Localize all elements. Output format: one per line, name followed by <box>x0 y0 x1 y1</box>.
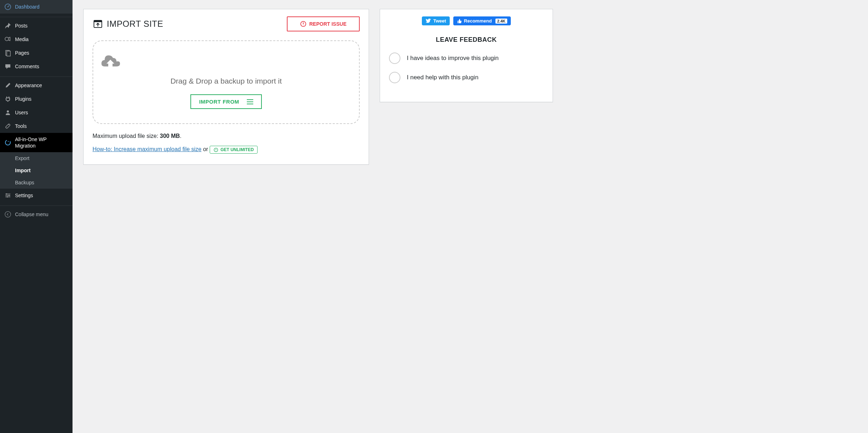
user-icon <box>4 109 11 116</box>
radio-icon <box>389 53 400 64</box>
brush-icon <box>4 82 11 89</box>
menu-label: Pages <box>15 50 29 56</box>
max-upload-suffix: . <box>180 133 181 139</box>
feedback-option-ideas[interactable]: I have ideas to improve this plugin <box>389 53 544 64</box>
dashboard-icon <box>4 3 11 10</box>
menu-item-tools[interactable]: Tools <box>0 119 73 133</box>
menu-item-migration[interactable]: All-in-One WP Migration <box>0 133 73 152</box>
import-btn-label: IMPORT FROM <box>199 99 239 105</box>
feedback-label: I need help with this plugin <box>407 74 478 81</box>
menu-label: Tools <box>15 123 27 129</box>
menu-label: Appearance <box>15 82 42 89</box>
max-upload-info: Maximum upload file size: 300 MB. <box>93 133 360 139</box>
thumbs-up-icon <box>457 19 462 24</box>
svg-rect-9 <box>7 196 8 198</box>
menu-item-posts[interactable]: Posts <box>0 19 73 33</box>
page-title-text: IMPORT SITE <box>107 19 163 29</box>
hamburger-icon <box>246 99 253 104</box>
radio-icon <box>389 72 400 83</box>
submenu-item-import[interactable]: Import <box>0 164 73 176</box>
svg-rect-8 <box>9 195 10 196</box>
import-from-button[interactable]: IMPORT FROM <box>190 94 261 109</box>
collapse-label: Collapse menu <box>15 211 48 218</box>
wrench-icon <box>4 123 11 130</box>
menu-item-settings[interactable]: Settings <box>0 189 73 202</box>
svg-point-5 <box>7 110 9 113</box>
pin-icon <box>4 22 11 29</box>
menu-label: Media <box>15 36 29 43</box>
drop-text: Drag & Drop a backup to import it <box>100 77 352 85</box>
menu-separator <box>0 204 73 206</box>
plug-icon <box>4 95 11 103</box>
svg-point-10 <box>5 211 11 217</box>
menu-item-comments[interactable]: Comments <box>0 60 73 73</box>
collapse-menu[interactable]: Collapse menu <box>0 208 73 221</box>
submenu-item-backups[interactable]: Backups <box>0 176 73 189</box>
svg-point-1 <box>8 6 9 8</box>
media-icon <box>4 36 11 43</box>
info-circle-icon <box>214 148 218 152</box>
menu-label: Settings <box>15 192 33 199</box>
svg-rect-7 <box>6 194 7 195</box>
recommend-count: 2.4K <box>495 19 507 24</box>
import-panel: IMPORT SITE REPORT ISSUE Drag & Drop a b… <box>83 9 369 165</box>
submenu-item-export[interactable]: Export <box>0 152 73 164</box>
alert-icon <box>300 21 306 27</box>
unlimited-label: GET UNLIMITED <box>220 147 254 152</box>
menu-item-plugins[interactable]: Plugins <box>0 92 73 106</box>
menu-item-appearance[interactable]: Appearance <box>0 79 73 92</box>
menu-item-users[interactable]: Users <box>0 106 73 119</box>
get-unlimited-button[interactable]: GET UNLIMITED <box>210 146 258 154</box>
circle-arrow-icon <box>4 139 11 146</box>
admin-sidebar: Dashboard Posts Media Pages Comments <box>0 0 73 433</box>
report-label: REPORT ISSUE <box>309 21 346 27</box>
tweet-label: Tweet <box>433 18 446 24</box>
menu-item-media[interactable]: Media <box>0 33 73 46</box>
menu-label: Comments <box>15 63 39 70</box>
sliders-icon <box>4 192 11 199</box>
twitter-icon <box>425 19 431 24</box>
cloud-upload-icon <box>100 54 352 71</box>
or-text: or <box>201 146 210 152</box>
menu-item-dashboard[interactable]: Dashboard <box>0 0 73 14</box>
menu-label: Dashboard <box>15 4 40 10</box>
page-title: IMPORT SITE <box>93 19 163 29</box>
menu-separator <box>0 15 73 17</box>
page-icon <box>4 49 11 56</box>
collapse-icon <box>4 211 11 218</box>
feedback-option-help[interactable]: I need help with this plugin <box>389 72 544 83</box>
howto-row: How-to: Increase maximum upload file siz… <box>93 146 360 154</box>
main-content: IMPORT SITE REPORT ISSUE Drag & Drop a b… <box>73 0 868 433</box>
social-row: Tweet Recommend 2.4K <box>389 16 544 25</box>
tweet-button[interactable]: Tweet <box>422 16 450 25</box>
comment-icon <box>4 63 11 70</box>
submenu: Export Import Backups <box>0 152 73 189</box>
svg-rect-12 <box>94 20 102 22</box>
page-header: IMPORT SITE REPORT ISSUE <box>93 16 360 31</box>
menu-label: Users <box>15 109 28 116</box>
feedback-panel: Tweet Recommend 2.4K LEAVE FEEDBACK I ha… <box>380 9 553 102</box>
max-upload-size: 300 MB <box>160 133 180 139</box>
svg-point-2 <box>5 37 9 41</box>
menu-label: All-in-One WP Migration <box>15 136 65 149</box>
feedback-title: LEAVE FEEDBACK <box>389 36 544 44</box>
menu-label: Plugins <box>15 96 31 102</box>
menu-label: Posts <box>15 23 28 29</box>
menu-separator <box>0 75 73 77</box>
max-upload-prefix: Maximum upload file size: <box>93 133 160 139</box>
report-issue-button[interactable]: REPORT ISSUE <box>287 16 360 31</box>
menu-item-pages[interactable]: Pages <box>0 46 73 60</box>
recommend-label: Recommend <box>464 18 492 24</box>
feedback-label: I have ideas to improve this plugin <box>407 55 499 62</box>
dropzone[interactable]: Drag & Drop a backup to import it IMPORT… <box>93 40 360 124</box>
recommend-button[interactable]: Recommend 2.4K <box>453 16 511 25</box>
howto-link[interactable]: How-to: Increase maximum upload file siz… <box>93 146 201 152</box>
svg-rect-4 <box>7 51 10 56</box>
import-icon <box>93 19 103 29</box>
